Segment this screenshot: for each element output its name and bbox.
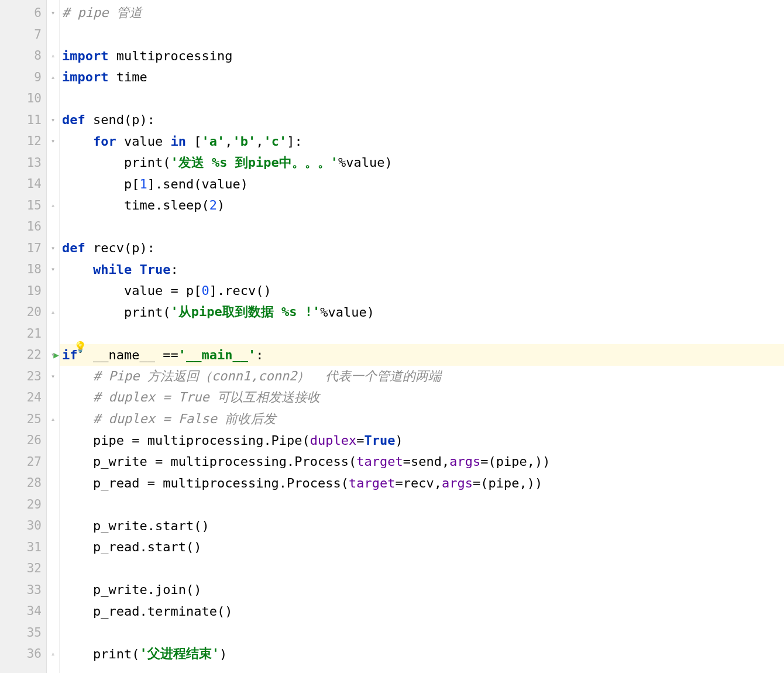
code-line[interactable] [60,88,784,109]
gutter-line[interactable]: 16 [0,216,46,238]
fold-marker-cell[interactable]: ▾ [47,366,59,387]
indent [62,519,93,533]
code-line[interactable] [60,323,784,345]
fold-close-icon[interactable]: ▵ [51,416,55,423]
gutter-line[interactable]: 31 [0,537,46,558]
gutter-line[interactable]: 21 [0,323,46,345]
code-line[interactable]: # Pipe 方法返回（conn1,conn2） 代表一个管道的两端 [60,366,784,387]
code-token: duplex [310,433,356,448]
gutter-line[interactable]: 15 [0,195,46,217]
gutter-line[interactable]: 24 [0,387,46,408]
gutter-line[interactable]: 9 [0,67,46,88]
gutter-line[interactable]: 18 [0,259,46,280]
code-editor-area[interactable]: 💡 # pipe 管道import multiprocessingimport … [60,0,784,673]
gutter-line[interactable]: 28 [0,472,46,494]
code-token: import [62,70,116,84]
fold-marker-cell[interactable]: ▾ [47,238,59,259]
gutter-line[interactable]: 30 [0,515,46,537]
gutter-line[interactable]: 8 [0,45,46,67]
indent [62,390,93,405]
gutter-line[interactable]: 14 [0,173,46,195]
gutter-line[interactable]: 26 [0,430,46,451]
code-line[interactable]: value = p[0].recv() [60,280,784,302]
code-line[interactable]: p[1].send(value) [60,173,784,195]
fold-marker-cell[interactable]: ▾ [47,109,59,131]
code-line[interactable]: p_read = multiprocessing.Process(target=… [60,472,784,494]
code-line[interactable]: import time [60,67,784,88]
code-line[interactable]: if __name__ =='__main__': [60,344,784,366]
code-line[interactable] [60,494,784,516]
fold-close-icon[interactable]: ▵ [51,202,55,209]
gutter-line[interactable]: 34 [0,600,46,622]
fold-open-icon[interactable]: ▾ [51,373,55,380]
fold-close-icon[interactable]: ▵ [51,650,55,657]
code-line[interactable]: p_read.start() [60,537,784,558]
code-line[interactable] [60,558,784,579]
code-line[interactable]: def recv(p): [60,238,784,259]
fold-open-icon[interactable]: ▾ [51,138,55,145]
gutter-line[interactable]: 33 [0,579,46,601]
fold-marker-cell[interactable]: ▵ [47,301,59,323]
fold-marker-cell[interactable]: ▾ [47,2,59,24]
code-token: 1 [139,177,147,191]
gutter-line[interactable]: 6 [0,2,46,24]
fold-open-icon[interactable]: ▾ [51,266,55,273]
code-line[interactable]: pipe = multiprocessing.Pipe(duplex=True) [60,430,784,451]
gutter-line[interactable]: 13 [0,152,46,174]
gutter-line[interactable]: 7 [0,24,46,46]
code-line[interactable]: p_write.start() [60,515,784,537]
code-line[interactable]: p_write = multiprocessing.Process(target… [60,451,784,473]
intention-bulb-icon[interactable]: 💡 [74,341,87,353]
gutter-line[interactable]: 25 [0,408,46,430]
fold-marker-cell [47,472,59,494]
code-line[interactable]: for value in ['a','b','c']: [60,131,784,152]
fold-marker-cell[interactable]: ▵ [47,45,59,67]
gutter-line[interactable]: 22▶ [0,344,46,366]
fold-open-icon[interactable]: ▾ [51,351,55,358]
gutter-line[interactable]: 19 [0,280,46,302]
code-line[interactable]: # pipe 管道 [60,2,784,24]
gutter-line[interactable]: 23 [0,366,46,387]
gutter-line[interactable]: 36 [0,643,46,665]
fold-close-icon[interactable]: ▵ [51,74,55,81]
code-line[interactable] [60,24,784,46]
fold-close-icon[interactable]: ▵ [51,308,55,315]
code-line[interactable]: time.sleep(2) [60,195,784,217]
code-line[interactable]: while True: [60,259,784,280]
code-line[interactable]: p_write.join() [60,579,784,601]
code-line[interactable]: print('发送 %s 到pipe中。。。'%value) [60,152,784,174]
fold-marker-cell[interactable]: ▵ [47,67,59,88]
fold-open-icon[interactable]: ▾ [51,116,55,123]
code-line[interactable] [60,216,784,238]
fold-close-icon[interactable]: ▵ [51,52,55,59]
indent [62,625,93,640]
code-line[interactable]: import multiprocessing [60,45,784,67]
code-line[interactable]: # duplex = True 可以互相发送接收 [60,387,784,408]
indent [62,305,124,320]
code-line[interactable] [60,622,784,644]
code-line[interactable]: # duplex = False 前收后发 [60,408,784,430]
gutter-line[interactable]: 17 [0,238,46,259]
gutter-line[interactable]: 20 [0,301,46,323]
line-number: 32 [27,561,42,575]
fold-marker-cell[interactable]: ▵ [47,643,59,665]
gutter-line[interactable]: 12 [0,131,46,152]
fold-marker-cell[interactable]: ▵ [47,195,59,217]
gutter-line[interactable]: 32 [0,558,46,579]
fold-open-icon[interactable]: ▾ [51,9,55,16]
gutter-line[interactable]: 29 [0,494,46,516]
code-line[interactable]: def send(p): [60,109,784,131]
fold-marker-cell[interactable]: ▾ [47,344,59,366]
gutter-line[interactable]: 11 [0,109,46,131]
indent [62,497,93,511]
code-line[interactable]: print('父进程结束') [60,643,784,665]
gutter-line[interactable]: 10 [0,88,46,109]
fold-marker-cell[interactable]: ▵ [47,408,59,430]
code-line[interactable]: print('从pipe取到数据 %s !'%value) [60,301,784,323]
fold-marker-cell[interactable]: ▾ [47,131,59,152]
code-line[interactable]: p_read.terminate() [60,600,784,622]
gutter-line[interactable]: 35 [0,622,46,644]
gutter-line[interactable]: 27 [0,451,46,473]
fold-marker-cell[interactable]: ▾ [47,259,59,280]
fold-open-icon[interactable]: ▾ [51,245,55,252]
